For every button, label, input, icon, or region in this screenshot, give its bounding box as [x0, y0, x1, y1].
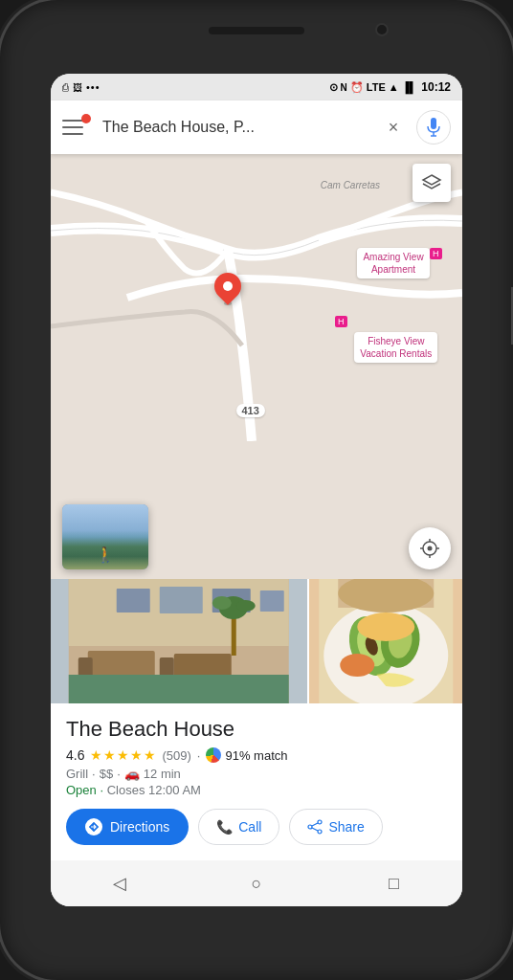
directions-button[interactable]: Directions — [66, 809, 189, 845]
my-location-button[interactable] — [409, 527, 451, 569]
clear-search-button[interactable]: × — [380, 114, 407, 141]
amazing-view-label: Amazing View Apartment — [357, 248, 429, 278]
star-3: ★ — [117, 747, 129, 763]
home-button[interactable]: ○ — [241, 868, 272, 899]
place-category-row: Grill · $$ · 🚗 12 min — [66, 767, 447, 781]
phone-screen: ⎙ 🖼 ••• ⊙ N ⏰ LTE ▲ ▐▌ 10:12 — [51, 74, 462, 906]
svg-line-40 — [312, 828, 318, 831]
svg-point-5 — [428, 546, 433, 551]
phone-camera — [375, 23, 389, 36]
signal-bars: ▲ — [389, 81, 399, 93]
nfc-icon: N — [341, 82, 347, 93]
car-icon: 🚗 — [124, 767, 140, 781]
svg-point-37 — [308, 825, 312, 829]
match-text: 91% match — [225, 748, 287, 763]
alarm-icon: ⏰ — [350, 81, 364, 94]
notification-dot — [81, 114, 91, 123]
location-status-icon: ⊙ — [329, 81, 338, 94]
svg-rect-13 — [160, 587, 203, 613]
pegman-icon: 🚶 — [96, 546, 115, 564]
svg-rect-15 — [260, 590, 284, 612]
svg-rect-12 — [117, 589, 150, 612]
separator-dot-2: · — [117, 767, 121, 781]
hotel-icon-1: H — [430, 248, 442, 259]
road-number-badge: 413 — [236, 404, 265, 417]
street-view-thumbnail[interactable]: 🚶 — [62, 504, 148, 569]
map-pin — [214, 273, 241, 305]
svg-point-32 — [357, 612, 414, 641]
phone-frame: ⎙ 🖼 ••• ⊙ N ⏰ LTE ▲ ▐▌ 10:12 — [0, 0, 513, 980]
star-rating: ★ ★ ★ ★ ★ — [90, 747, 156, 763]
svg-line-39 — [312, 823, 318, 826]
directions-label: Directions — [110, 819, 169, 835]
search-bar: × — [51, 100, 462, 154]
svg-point-38 — [318, 830, 322, 834]
hotel-icon-2: H — [335, 316, 347, 327]
svg-point-33 — [340, 654, 374, 677]
call-icon: 📞 — [216, 819, 233, 835]
star-1: ★ — [90, 747, 102, 763]
share-button[interactable]: Share — [289, 809, 382, 845]
map-layers-button[interactable] — [413, 164, 451, 202]
time-display: 10:12 — [421, 80, 451, 94]
open-status-row: Open · Closes 12:00 AM — [66, 783, 447, 797]
google-match-circle — [206, 747, 221, 763]
place-info-panel: The Beach House 4.6 ★ ★ ★ ★ ★ (509) · 91… — [51, 703, 462, 860]
screenshot-icon: ⎙ — [62, 81, 69, 93]
place-photos[interactable] — [51, 579, 462, 703]
place-category: Grill — [66, 767, 88, 781]
lte-label: LTE — [367, 81, 386, 93]
battery-icon: ▐▌ — [402, 81, 417, 93]
star-4: ★ — [130, 747, 143, 763]
status-right-icons: ⊙ N ⏰ LTE ▲ ▐▌ 10:12 — [329, 80, 451, 94]
rating-row: 4.6 ★ ★ ★ ★ ★ (509) · 91% match — [66, 747, 447, 763]
recents-button[interactable]: □ — [378, 868, 409, 899]
match-badge: 91% match — [206, 747, 287, 763]
place-photo-food[interactable] — [309, 579, 463, 703]
share-label: Share — [328, 819, 364, 835]
map-view[interactable]: Cam Carretas 413 Amazing View Apartment … — [51, 154, 462, 579]
status-left-icons: ⎙ 🖼 ••• — [62, 81, 100, 93]
android-nav-bar: ◁ ○ □ — [51, 860, 462, 906]
action-buttons: Directions 📞 Call Share — [66, 809, 447, 845]
svg-rect-3 — [51, 154, 462, 441]
fisheye-view-label: Fisheye View Vacation Rentals — [354, 332, 437, 363]
signal-dots: ••• — [86, 81, 100, 93]
rating-number: 4.6 — [66, 747, 84, 763]
close-time: · — [100, 783, 106, 797]
search-input[interactable] — [102, 108, 370, 146]
close-time-value: Closes 12:00 AM — [107, 783, 201, 797]
back-button[interactable]: ◁ — [104, 868, 135, 899]
star-2: ★ — [103, 747, 116, 763]
separator-dot: · — [92, 767, 96, 781]
directions-icon — [85, 818, 102, 835]
svg-rect-24 — [69, 675, 289, 703]
drive-time: 12 min — [144, 767, 181, 781]
separator-1: · — [197, 748, 201, 763]
place-photo-interior[interactable] — [51, 579, 307, 703]
star-half: ★ — [144, 747, 156, 763]
review-count: (509) — [162, 748, 190, 763]
svg-point-36 — [318, 820, 322, 824]
svg-point-19 — [236, 600, 256, 612]
cam-carretas-label: Cam Carretas — [321, 180, 380, 190]
phone-speaker — [209, 27, 304, 34]
place-price: $$ — [100, 767, 113, 781]
share-icon — [307, 819, 323, 835]
svg-rect-0 — [431, 118, 436, 129]
menu-button[interactable] — [62, 112, 93, 143]
place-name: The Beach House — [66, 717, 447, 742]
open-label: Open — [66, 783, 97, 797]
status-bar: ⎙ 🖼 ••• ⊙ N ⏰ LTE ▲ ▐▌ 10:12 — [51, 74, 462, 100]
call-button[interactable]: 📞 Call — [198, 809, 279, 845]
image-icon: 🖼 — [73, 82, 82, 93]
call-label: Call — [238, 819, 261, 835]
voice-search-button[interactable] — [416, 110, 451, 145]
svg-point-18 — [212, 596, 232, 610]
